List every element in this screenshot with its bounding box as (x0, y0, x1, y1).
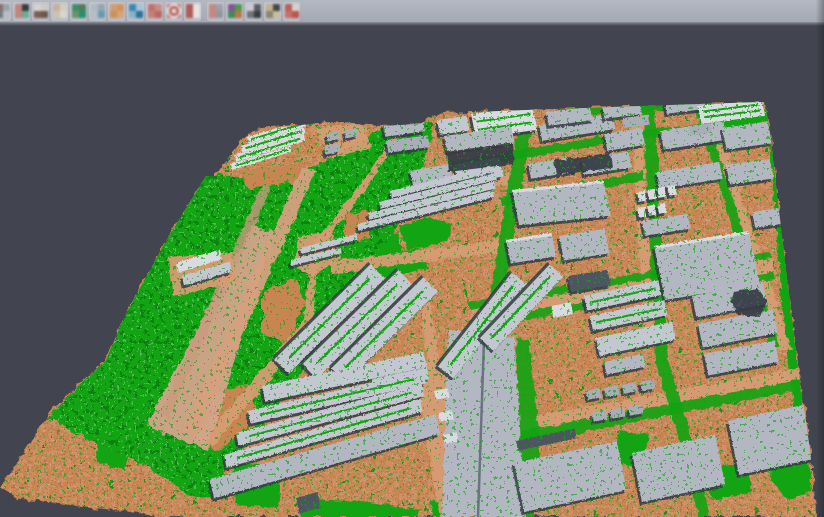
tool-7-button[interactable] (108, 2, 125, 21)
3d-viewport[interactable] (0, 0, 824, 517)
crop-box-icon (209, 4, 223, 18)
classified-cloud-icon (228, 4, 242, 18)
dark-cube-icon (247, 4, 261, 18)
tool-6-button[interactable] (89, 2, 106, 21)
raster-tool-icon (53, 4, 67, 18)
tool-8-button[interactable] (127, 2, 144, 21)
red-stack-icon (285, 4, 299, 18)
tool-9-button[interactable] (146, 2, 163, 21)
point-cloud-scene (0, 0, 824, 517)
orange-box-icon (110, 4, 124, 18)
tool-15-button[interactable] (264, 2, 281, 21)
tool-14-button[interactable] (245, 2, 262, 21)
toolbar-shadow (0, 23, 824, 26)
tool-5-button[interactable] (70, 2, 87, 21)
ring-icon (167, 4, 181, 18)
corners-icon (186, 4, 200, 18)
tool-2-button[interactable] (13, 2, 30, 21)
panel-tool-icon (91, 4, 105, 18)
toolbar-separator (202, 2, 206, 21)
edge-tool-icon (0, 4, 10, 18)
tool-1-button[interactable] (0, 2, 11, 21)
align-tool-icon (15, 4, 29, 18)
mesh-tool-icon (72, 4, 86, 18)
tool-10-button[interactable] (165, 2, 182, 21)
main-toolbar (0, 0, 824, 23)
dem-tool-icon (34, 4, 48, 18)
tool-12-button[interactable] (207, 2, 224, 21)
right-edge-shade (816, 0, 824, 517)
tool-3-button[interactable] (32, 2, 49, 21)
application-window (0, 0, 824, 517)
tool-13-button[interactable] (226, 2, 243, 21)
tool-11-button[interactable] (184, 2, 201, 21)
layers-red-icon (148, 4, 162, 18)
globe-arrows-icon (129, 4, 143, 18)
tool-16-button[interactable] (283, 2, 300, 21)
khaki-grid-icon (266, 4, 280, 18)
tool-4-button[interactable] (51, 2, 68, 21)
